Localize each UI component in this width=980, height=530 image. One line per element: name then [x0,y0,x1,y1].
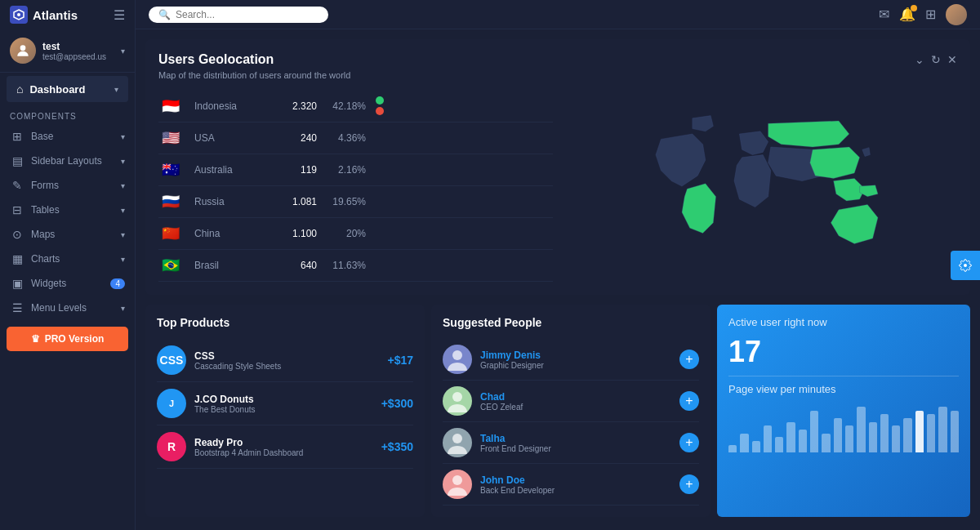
nav-badge-widgets: 4 [110,278,125,289]
top-products-title: Top Products [157,316,413,329]
product-info: J.CO Donuts The Best Donuts [194,394,381,414]
logo-icon [10,6,28,24]
suggested-title: Suggested People [443,316,699,329]
nav-items: ⊞ Base ▾ ▤ Sidebar Layouts ▾ ✎ Forms ▾ ⊟… [0,124,135,320]
person-role: CEO Zeleaf [480,403,679,412]
sidebar: Atlantis ☰ test test@appseed.us ▾ ⌂ Dash… [0,0,136,530]
chart-bar [786,422,795,452]
hamburger-icon[interactable]: ☰ [114,7,125,23]
user-pct: 2.16% [317,164,366,176]
chart-bar [938,407,947,452]
bottom-row: Top Products CSS CSS Cascading Style She… [145,305,970,517]
country-name: Australia [194,164,268,176]
person-avatar [443,428,472,457]
page-view-title: Page view per minutes [728,376,959,395]
search-box: 🔍 [149,7,328,23]
person-avatar [443,386,472,416]
sidebar-item-sidebar-layouts[interactable]: ▤ Sidebar Layouts ▾ [0,149,135,173]
chart-bar [764,425,772,452]
table-row: 🇦🇺 Australia 119 2.16% [158,154,553,186]
user-avatar-topbar[interactable] [946,4,967,25]
active-users-count: 17 [728,335,959,369]
caret-forms: ▾ [121,181,125,190]
caret-base: ▾ [121,132,125,141]
main-content: 🔍 ✉ 🔔 ⊞ Users Geolocation ⌄ ↻ ✕ Map of t… [136,0,980,530]
add-person-button[interactable]: + [679,433,699,452]
sidebar-item-widgets[interactable]: ▣ Widgets 4 [0,271,135,296]
user-count: 1.081 [268,196,317,207]
sidebar-item-base[interactable]: ⊞ Base ▾ [0,124,135,149]
refresh-icon[interactable]: ↻ [931,53,941,66]
chart-bar [752,441,760,452]
close-icon[interactable]: ✕ [947,53,957,66]
user-pct: 4.36% [317,132,366,144]
product-desc: Bootstrap 4 Admin Dashboard [194,448,381,457]
chart-bar [869,422,877,452]
sidebar-item-tables[interactable]: ⊟ Tables ▾ [0,198,135,222]
nav-label-forms: Forms [31,180,59,191]
user-dropdown-caret[interactable]: ▾ [121,47,125,56]
geo-title: Users Geolocation [158,52,274,67]
dot-up [376,96,384,105]
person-name: Jimmy Denis [480,350,679,361]
list-item: R Ready Pro Bootstrap 4 Admin Dashboard … [157,425,413,469]
user-info: test test@appseed.us [42,41,121,61]
user-count: 240 [268,132,317,144]
svg-point-5 [452,392,462,402]
add-person-button[interactable]: + [679,350,699,369]
layers-icon[interactable]: ⊞ [925,7,936,22]
search-input[interactable] [176,9,318,20]
product-price: +$17 [387,354,413,367]
nav-label-menu-levels: Menu Levels [31,302,87,314]
maps-icon: ⊙ [10,228,24,241]
user-profile[interactable]: test test@appseed.us ▾ [0,29,135,73]
person-info: John Doe Back End Developer [480,474,679,495]
person-avatar [443,470,472,499]
chart-bar [728,445,737,452]
nav-label-widgets: Widgets [31,278,66,289]
sidebar-item-forms[interactable]: ✎ Forms ▾ [0,173,135,198]
dot-down [376,107,384,115]
app-name: Atlantis [33,8,78,22]
mail-icon[interactable]: ✉ [879,7,889,22]
chart-bar [740,434,748,452]
sidebar-item-menu-levels[interactable]: ☰ Menu Levels ▾ [0,296,135,320]
sidebar-layouts-icon: ▤ [10,154,24,167]
chart-bar [927,414,935,452]
tables-icon: ⊟ [10,203,24,216]
status-dots [376,96,384,115]
person-info: Talha Front End Designer [480,433,679,453]
user-count: 119 [268,164,317,176]
add-person-button[interactable]: + [679,474,699,494]
country-name: USA [194,132,268,144]
settings-button[interactable] [951,251,980,280]
sidebar-item-charts[interactable]: ▦ Charts ▾ [0,247,135,271]
expand-icon[interactable]: ⌄ [915,53,924,66]
pro-version-button[interactable]: ♛ PRO Version [7,327,128,351]
table-row: 🇺🇸 USA 240 4.36% [158,122,553,154]
product-icon: CSS [157,345,186,375]
forms-icon: ✎ [10,179,24,192]
list-item: Jimmy Denis Graphic Designer + [443,339,699,381]
svg-point-2 [20,45,26,51]
nav-label-base: Base [31,131,53,142]
nav-label-charts: Charts [31,253,60,265]
sidebar-item-dashboard[interactable]: ⌂ Dashboard ▾ [7,76,128,102]
home-icon: ⌂ [16,82,23,96]
chart-bar [915,411,924,452]
sidebar-item-maps[interactable]: ⊙ Maps ▾ [0,222,135,247]
chart-bar [951,411,959,452]
people-list: Jimmy Denis Graphic Designer + Chad CEO … [443,339,699,506]
list-item: John Doe Back End Developer + [443,464,699,506]
country-name: Brasil [194,260,268,271]
chart-bar [903,418,911,452]
search-icon: 🔍 [158,9,171,20]
add-person-button[interactable]: + [679,391,699,411]
table-row: 🇮🇩 Indonesia 2.320 42.18% [158,90,553,122]
topbar-actions: ✉ 🔔 ⊞ [879,4,967,25]
menu-levels-icon: ☰ [10,301,24,314]
bell-icon[interactable]: 🔔 [899,7,915,22]
list-item: J J.CO Donuts The Best Donuts +$300 [157,382,413,425]
geo-actions: ⌄ ↻ ✕ [915,53,957,66]
country-name: China [194,228,268,239]
